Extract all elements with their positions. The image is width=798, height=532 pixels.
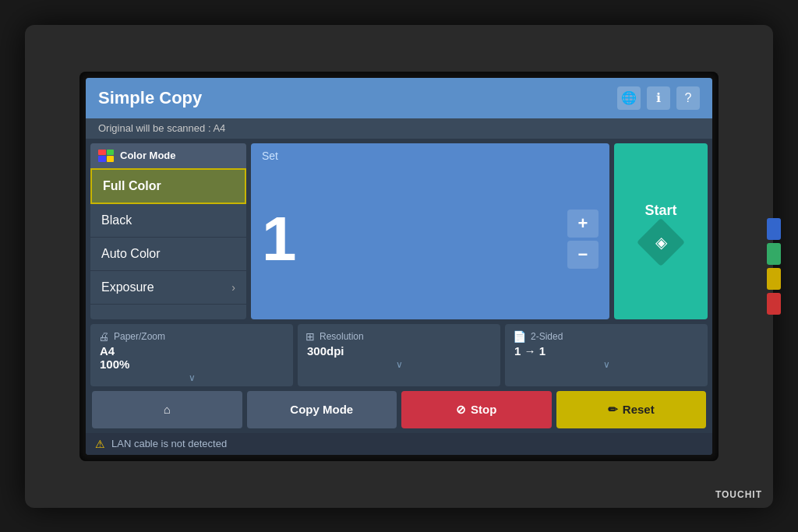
help-icon-button[interactable]: ? [676, 86, 700, 110]
stop-icon: ⊘ [456, 403, 466, 417]
paper-zoom-chevron-icon: ∨ [98, 372, 285, 383]
status-message: LAN cable is not detected [111, 438, 227, 449]
count-increment-button[interactable]: + [567, 210, 598, 238]
help-icon: ? [685, 91, 692, 105]
side-buttons [767, 218, 781, 315]
stop-label: Stop [471, 403, 496, 416]
reset-button[interactable]: ✏ Reset [556, 391, 707, 428]
side-btn-blue[interactable] [767, 218, 781, 240]
exposure-chevron-icon: › [231, 281, 235, 294]
side-btn-yellow[interactable] [767, 268, 781, 290]
home-button[interactable]: ⌂ [92, 391, 242, 428]
color-mode-header[interactable]: Color Mode [90, 143, 246, 168]
count-display: 1 [262, 208, 297, 270]
two-sided-value: 1 → 1 [513, 344, 700, 358]
copy-mode-label: Copy Mode [290, 403, 353, 416]
paper-zoom-label: Paper/Zoom [114, 331, 165, 342]
reset-icon: ✏ [608, 403, 618, 417]
main-content: Color Mode Full Color Black Auto Color E [86, 139, 712, 433]
paper-zoom-value: A4100% [98, 344, 285, 371]
color-mode-label: Color Mode [120, 150, 176, 161]
color-option-auto-color[interactable]: Auto Color [90, 238, 246, 271]
resolution-button[interactable]: ⊞ Resolution 300dpi ∨ [298, 324, 500, 386]
copy-mode-button[interactable]: Copy Mode [247, 391, 397, 428]
color-option-black[interactable]: Black [90, 204, 246, 238]
info-icon: ℹ [656, 90, 661, 105]
globe-icon-button[interactable]: 🌐 [617, 86, 641, 110]
warning-icon: ⚠ [95, 438, 105, 450]
stop-button[interactable]: ⊘ Stop [401, 391, 552, 428]
resolution-value: 300dpi [305, 344, 493, 358]
count-buttons: + − [567, 210, 598, 269]
reset-label: Reset [623, 403, 655, 416]
header: Simple Copy 🌐 ℹ ? [86, 78, 712, 118]
color-mode-icon [98, 150, 114, 162]
set-count-panel: Set 1 + − [251, 143, 609, 319]
page-title: Simple Copy [98, 88, 202, 108]
resolution-icon: ⊞ [305, 330, 315, 343]
two-sided-chevron-icon: ∨ [513, 359, 700, 370]
paper-zoom-button[interactable]: 🖨 Paper/Zoom A4100% ∨ [90, 324, 293, 386]
start-label: Start [644, 203, 676, 219]
device-body: Simple Copy 🌐 ℹ ? Original will be scann… [25, 25, 773, 508]
info-icon-button[interactable]: ℹ [647, 86, 670, 110]
start-diamond-icon: ◈ [637, 218, 685, 266]
count-decrement-button[interactable]: − [567, 241, 598, 269]
count-area: 1 + − [262, 165, 598, 313]
side-btn-red[interactable] [767, 293, 781, 315]
globe-icon: 🌐 [621, 90, 637, 105]
watermark: TOUCHIT [715, 489, 762, 500]
color-option-full-color[interactable]: Full Color [90, 168, 246, 204]
color-mode-panel: Color Mode Full Color Black Auto Color E [90, 143, 246, 319]
resolution-label: Resolution [320, 331, 364, 342]
header-icons: 🌐 ℹ ? [617, 86, 700, 110]
bottom-bar: ⌂ Copy Mode ⊘ Stop ✏ Reset [90, 391, 708, 428]
top-row: Color Mode Full Color Black Auto Color E [90, 143, 708, 319]
two-sided-label: 2-Sided [531, 331, 563, 342]
paper-zoom-icon: 🖨 [98, 330, 109, 343]
set-label: Set [262, 150, 598, 162]
screen: Simple Copy 🌐 ℹ ? Original will be scann… [86, 78, 712, 455]
start-button[interactable]: Start ◈ [614, 143, 708, 319]
two-sided-button[interactable]: 📄 2-Sided 1 → 1 ∨ [505, 324, 708, 386]
screen-bezel: Simple Copy 🌐 ℹ ? Original will be scann… [79, 72, 719, 461]
options-row: 🖨 Paper/Zoom A4100% ∨ ⊞ Resolution 300dp… [90, 324, 708, 386]
status-bar: ⚠ LAN cable is not detected [86, 433, 712, 455]
two-sided-icon: 📄 [513, 330, 526, 343]
resolution-chevron-icon: ∨ [305, 359, 493, 370]
home-icon: ⌂ [164, 403, 171, 416]
color-option-exposure[interactable]: Exposure › [90, 271, 246, 305]
subtitle-bar: Original will be scanned : A4 [86, 118, 712, 139]
subtitle-text: Original will be scanned : A4 [98, 122, 225, 134]
side-btn-green[interactable] [767, 243, 781, 265]
